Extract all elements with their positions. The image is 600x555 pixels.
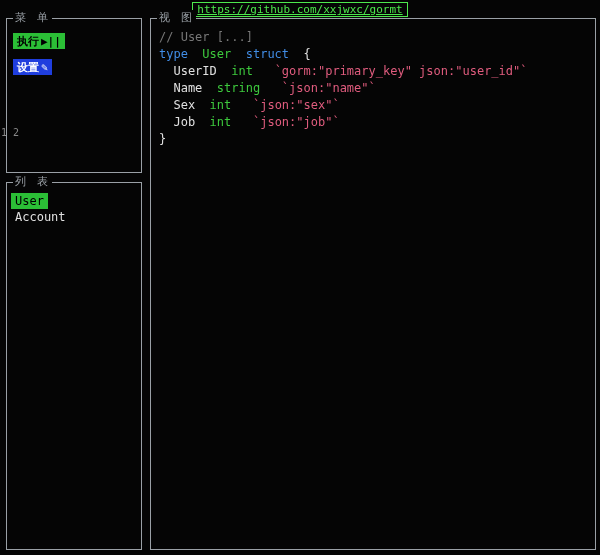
- code-struct-tag: `gorm:"primary_key" json:"user_id"`: [275, 64, 528, 78]
- code-struct-tag: `json:"job"`: [253, 115, 340, 129]
- code-line: // User [...]: [159, 29, 587, 46]
- view-panel: 视 图 // User [...]type User struct { User…: [150, 18, 596, 550]
- repo-url-link[interactable]: https://github.com/xxjwxc/gormt: [192, 2, 407, 17]
- code-line: }: [159, 131, 587, 148]
- settings-button[interactable]: 设置 ✎: [13, 59, 52, 75]
- code-typename: User: [202, 47, 231, 61]
- app-root: https://github.com/xxjwxc/gormt 1 2 菜 单 …: [0, 0, 600, 555]
- code-field-type: int: [231, 64, 253, 78]
- code-struct-tag: `json:"name"`: [282, 81, 376, 95]
- code-field-type: int: [210, 98, 232, 112]
- code-field-type: string: [217, 81, 260, 95]
- code-keyword: type: [159, 47, 188, 61]
- view-panel-title: 视 图: [157, 10, 196, 25]
- list-panel: 列 表 UserAccount: [6, 182, 142, 550]
- list-item[interactable]: Account: [11, 209, 70, 225]
- run-button[interactable]: 执行 ▶||: [13, 33, 65, 49]
- code-keyword: struct: [246, 47, 289, 61]
- code-field-name: UserID: [159, 64, 231, 78]
- code-field-type: int: [210, 115, 232, 129]
- code-field-name: Sex: [159, 98, 210, 112]
- code-body: // User [...]type User struct { UserID i…: [151, 19, 595, 158]
- code-line: Job int `json:"job"`: [159, 114, 587, 131]
- code-line: Name string `json:"name"`: [159, 80, 587, 97]
- list-item[interactable]: User: [11, 193, 48, 209]
- code-line: Sex int `json:"sex"`: [159, 97, 587, 114]
- code-field-name: Name: [159, 81, 217, 95]
- menu-panel: 菜 单 执行 ▶|| 设置 ✎: [6, 18, 142, 173]
- code-line: UserID int `gorm:"primary_key" json:"use…: [159, 63, 587, 80]
- url-bar: https://github.com/xxjwxc/gormt: [0, 2, 600, 16]
- code-field-name: Job: [159, 115, 210, 129]
- code-struct-tag: `json:"sex"`: [253, 98, 340, 112]
- run-button-label: 执行: [17, 34, 39, 49]
- list-body: UserAccount: [7, 183, 141, 235]
- menu-panel-title: 菜 单: [13, 10, 52, 25]
- settings-button-label: 设置: [17, 60, 39, 75]
- code-comment: // User [...]: [159, 30, 253, 44]
- play-icon: ▶||: [41, 35, 61, 48]
- menu-body: 执行 ▶|| 设置 ✎: [7, 19, 141, 81]
- list-panel-title: 列 表: [13, 174, 52, 189]
- pencil-icon: ✎: [41, 61, 48, 74]
- code-line: type User struct {: [159, 46, 587, 63]
